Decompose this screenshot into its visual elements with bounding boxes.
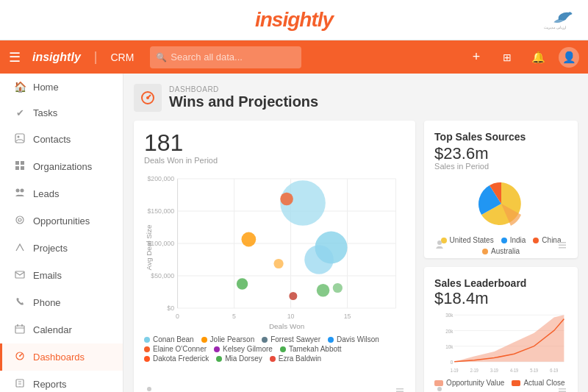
pie-chart	[468, 177, 534, 232]
contacts-icon	[14, 133, 26, 146]
scatter-chart: $200,000 $150,000 $100,000 $50,000 $0 0 …	[144, 171, 405, 332]
sidebar-item-home[interactable]: 🏠 Home	[0, 74, 123, 100]
svg-text:20k: 20k	[445, 328, 453, 334]
svg-text:5: 5	[232, 313, 236, 320]
footer-list-icon-3	[557, 386, 567, 392]
svg-text:6-19: 6-19	[550, 368, 558, 372]
top-logo: insightly	[255, 8, 333, 32]
leaderboard-amount: $18.4m	[434, 291, 567, 307]
svg-point-47	[289, 292, 297, 300]
sidebar-item-opportunities[interactable]: Opportunities	[0, 207, 123, 235]
svg-point-49	[333, 283, 343, 293]
footer-list-icon-2	[557, 240, 567, 252]
sidebar: 🏠 Home ✔ Tasks Contacts Organizations Le…	[0, 74, 123, 392]
sidebar-item-calendar[interactable]: Calendar	[0, 316, 123, 343]
top-sales-footer	[434, 240, 567, 252]
svg-rect-3	[15, 161, 19, 165]
svg-point-45	[304, 245, 334, 274]
nav-divider: |	[94, 49, 98, 65]
search-input[interactable]	[150, 46, 301, 68]
svg-text:4-19: 4-19	[510, 368, 518, 372]
sidebar-item-contacts[interactable]: Contacts	[0, 126, 123, 153]
footer-user-icon-2	[434, 240, 445, 252]
svg-text:1-19: 1-19	[451, 368, 459, 372]
svg-text:Avg Deal Size: Avg Deal Size	[145, 224, 153, 270]
sidebar-item-tasks[interactable]: ✔ Tasks	[0, 100, 123, 126]
chart-icon	[140, 90, 156, 106]
svg-text:5-19: 5-19	[530, 368, 538, 372]
svg-text:$150,000: $150,000	[147, 207, 174, 215]
svg-rect-15	[16, 379, 24, 387]
legend-item-tamekah: Tamekah Abbott	[280, 345, 342, 353]
leaderboard-chart: 30k 20k 10k 0 1-19 2-19 3-19	[434, 311, 567, 377]
svg-text:0: 0	[451, 360, 453, 366]
breadcrumb: DASHBOARD	[169, 85, 318, 93]
legend-item-kelsey: Kelsey Gilmore	[214, 345, 273, 353]
user-button[interactable]: 👤	[559, 47, 579, 68]
svg-rect-5	[15, 166, 19, 170]
scatter-legend: Conan Bean Jolie Pearson Forrest Sawyer …	[144, 335, 405, 363]
svg-point-50	[147, 387, 151, 391]
svg-rect-6	[21, 166, 24, 170]
svg-rect-4	[21, 161, 24, 165]
svg-point-14	[19, 355, 21, 357]
footer-list-icon	[395, 386, 405, 392]
leaderboard-title: Sales Leaderboard	[434, 277, 567, 289]
hamburger-icon[interactable]: ☰	[9, 49, 21, 65]
brand-right: ارزیابی مدیریت	[544, 9, 573, 31]
svg-point-7	[16, 189, 20, 193]
sidebar-item-reports[interactable]: Reports	[0, 371, 123, 392]
sidebar-item-emails[interactable]: Emails	[0, 262, 123, 289]
svg-text:15: 15	[344, 313, 351, 320]
dashboard-icon-box	[134, 84, 162, 112]
emails-icon	[14, 269, 26, 282]
page-title: Wins and Projections	[169, 93, 318, 110]
svg-point-16	[20, 386, 21, 387]
footer-user-icon-3	[434, 386, 445, 392]
svg-rect-56	[559, 245, 566, 246]
legend-item-ezra: Ezra Baldwin	[270, 354, 321, 363]
sidebar-item-dashboards[interactable]: Dashboards	[0, 343, 123, 371]
top-sales-title: Top Sales Sources	[434, 131, 567, 143]
brand-bird-icon: ارزیابی مدیریت	[544, 9, 573, 31]
top-sales-amount: $23.6m	[434, 146, 567, 162]
svg-text:30k: 30k	[445, 313, 453, 318]
legend-item-davis: Davis Wilson	[328, 335, 379, 343]
deals-won-label: Deals Won in Period	[144, 156, 405, 165]
sidebar-item-phone[interactable]: Phone	[0, 289, 123, 316]
bell-button[interactable]: 🔔	[528, 47, 548, 68]
top-sales-subtitle: Sales in Period	[434, 162, 567, 171]
svg-rect-73	[559, 388, 566, 390]
svg-text:0: 0	[176, 313, 179, 320]
sidebar-item-leads[interactable]: Leads	[0, 180, 123, 207]
grid-button[interactable]: ⊞	[497, 47, 517, 68]
svg-rect-12	[15, 326, 24, 333]
leads-icon	[14, 188, 26, 200]
right-cards: Top Sales Sources $23.6m Sales in Period	[424, 121, 578, 392]
svg-rect-1	[15, 134, 24, 143]
svg-rect-51	[396, 388, 404, 390]
svg-text:10: 10	[287, 313, 295, 320]
svg-point-43	[280, 193, 293, 206]
svg-point-8	[21, 189, 24, 193]
search-icon: 🔍	[156, 52, 167, 63]
svg-point-48	[317, 284, 330, 297]
legend-item-dakota: Dakota Frederick	[144, 354, 209, 363]
svg-text:ارزیابی مدیریت: ارزیابی مدیریت	[544, 25, 566, 30]
deals-won-number: 181	[144, 131, 405, 154]
svg-text:$200,000: $200,000	[147, 175, 174, 182]
phone-icon	[14, 296, 26, 309]
svg-text:3-19: 3-19	[490, 368, 498, 372]
svg-point-44	[237, 278, 248, 289]
svg-rect-55	[559, 242, 566, 243]
sidebar-item-projects[interactable]: Projects	[0, 235, 123, 262]
nav-actions: + ⊞ 🔔 👤	[466, 47, 579, 68]
footer-user-icon	[144, 386, 154, 392]
reports-icon	[14, 378, 26, 391]
add-button[interactable]: +	[466, 47, 487, 68]
organizations-icon	[14, 160, 26, 173]
leaderboard-chart-area: 30k 20k 10k 0 1-19 2-19 3-19	[434, 311, 567, 377]
sidebar-item-organizations[interactable]: Organizations	[0, 153, 123, 180]
home-icon: 🏠	[14, 81, 26, 93]
svg-text:2-19: 2-19	[470, 368, 478, 372]
